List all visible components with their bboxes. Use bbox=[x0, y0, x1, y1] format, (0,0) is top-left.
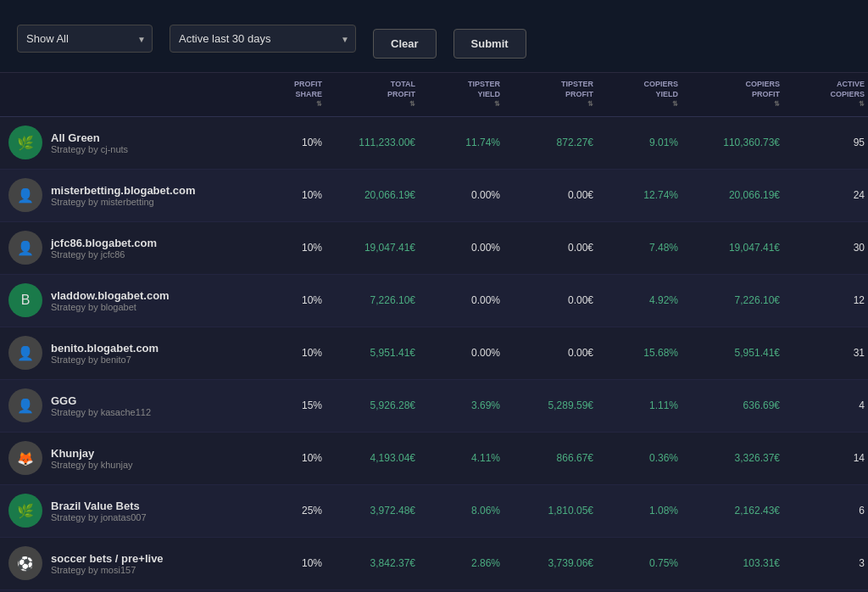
user-cell: ⚽ soccer bets / pre+live Strategy by mos… bbox=[8, 539, 246, 587]
user-strategy: Strategy by misterbetting bbox=[51, 197, 195, 207]
copiers-profit: 20,066.19€ bbox=[678, 189, 780, 201]
active-copiers: 31 bbox=[780, 347, 865, 359]
user-name: jcfc86.blogabet.com bbox=[51, 237, 157, 249]
total-tips: 1975 bbox=[865, 452, 868, 464]
copiers-profit: 636.69€ bbox=[678, 399, 780, 411]
user-name: benito.blogabet.com bbox=[51, 342, 159, 355]
tipster-yield: 8.06% bbox=[415, 505, 500, 517]
table-row: ⚽ soccer bets / pre+live Strategy by mos… bbox=[0, 538, 868, 590]
submit-button[interactable]: Submit bbox=[453, 29, 526, 59]
user-name: vladdow.blogabet.com bbox=[51, 289, 170, 302]
user-cell: 👤 GGG Strategy by kasache112 bbox=[8, 382, 246, 429]
user-strategy: Strategy by jonatas007 bbox=[51, 512, 147, 522]
tipster-yield: 0.00% bbox=[415, 189, 500, 201]
col-header-total-profit[interactable]: TOTALPROFIT ⇅ bbox=[322, 80, 415, 109]
filter-bar: Show All Active last 30 days Clear Submi… bbox=[0, 0, 868, 73]
user-strategy: Strategy by mosi157 bbox=[51, 565, 164, 575]
profit-share: 10% bbox=[246, 557, 322, 569]
table-row: 🦊 Khunjay Strategy by khunjay 10% 4,193.… bbox=[0, 433, 868, 485]
sort-profit-share-icon: ⇅ bbox=[316, 100, 322, 109]
user-info: jcfc86.blogabet.com Strategy by jcfc86 bbox=[51, 237, 157, 260]
copiers-yield: 9.01% bbox=[593, 137, 678, 148]
active-copiers: 30 bbox=[780, 242, 865, 254]
tipster-yield: 4.11% bbox=[415, 452, 500, 464]
tipster-yield: 0.00% bbox=[415, 294, 500, 306]
avatar: B bbox=[8, 283, 42, 317]
user-strategy: Strategy by khunjay bbox=[51, 460, 133, 470]
total-profit: 111,233.00€ bbox=[322, 137, 415, 148]
table-row: 👤 misterbetting.blogabet.com Strategy by… bbox=[0, 170, 868, 222]
tipster-profit: 0.00€ bbox=[500, 189, 593, 201]
avatar: ⚽ bbox=[8, 546, 42, 580]
user-cell: B vladdow.blogabet.com Strategy by bloga… bbox=[8, 276, 246, 324]
col-header-profit-share[interactable]: PROFITSHARE ⇅ bbox=[246, 80, 322, 109]
active-copiers: 14 bbox=[780, 452, 865, 464]
col-header-tipster-yield[interactable]: TIPSTERYIELD ⇅ bbox=[415, 80, 500, 109]
col-header-tipster-profit[interactable]: TIPSTERPROFIT ⇅ bbox=[500, 80, 593, 109]
total-tips: 228 bbox=[865, 294, 868, 306]
user-info: Khunjay Strategy by khunjay bbox=[51, 447, 133, 470]
user-info: GGG Strategy by kasache112 bbox=[51, 394, 151, 417]
copiers-yield: 4.92% bbox=[593, 294, 678, 306]
active-copiers: 12 bbox=[780, 294, 865, 306]
avatar: 👤 bbox=[8, 231, 42, 265]
user-strategy: Strategy by jcfc86 bbox=[51, 249, 157, 260]
tipster-yield: 0.00% bbox=[415, 242, 500, 254]
copiers-profit: 3,326.37€ bbox=[678, 452, 780, 464]
table-row: 👤 jcfc86.blogabet.com Strategy by jcfc86… bbox=[0, 222, 868, 275]
tipster-yield: 2.86% bbox=[415, 557, 500, 569]
profit-share: 10% bbox=[246, 242, 322, 254]
profit-share: 10% bbox=[246, 452, 322, 464]
user-strategy: Strategy by cj-nuts bbox=[51, 144, 128, 154]
copiers-profit: 103.31€ bbox=[678, 557, 780, 569]
copiers-yield: 7.48% bbox=[593, 242, 678, 254]
profit-share: 10% bbox=[246, 347, 322, 359]
col-header-name bbox=[8, 80, 246, 109]
tipster-profit: 0.00€ bbox=[500, 242, 593, 254]
sort-total-profit-icon: ⇅ bbox=[409, 100, 415, 109]
activity-select[interactable]: Active last 30 days bbox=[170, 25, 356, 53]
sort-copiers-yield-icon: ⇅ bbox=[672, 100, 678, 109]
tipster-profit: 5,289.59€ bbox=[500, 399, 593, 411]
copiers-profit: 2,162.43€ bbox=[678, 505, 780, 517]
col-header-copiers-profit[interactable]: COPIERSPROFIT ⇅ bbox=[678, 80, 780, 109]
user-cell: 🌿 Brazil Value Bets Strategy by jonatas0… bbox=[8, 487, 246, 534]
number-of-tips-select[interactable]: Show All bbox=[17, 25, 153, 53]
tipster-profit: 872.27€ bbox=[500, 137, 593, 148]
avatar: 🦊 bbox=[8, 441, 42, 475]
user-cell: 🌿 All Green Strategy by cj-nuts bbox=[8, 119, 246, 166]
col-header-copiers-yield[interactable]: COPIERSYIELD ⇅ bbox=[593, 80, 678, 109]
tipster-profit: 866.67€ bbox=[500, 452, 593, 464]
tipster-yield: 0.00% bbox=[415, 347, 500, 359]
copiers-yield: 15.68% bbox=[593, 347, 678, 359]
copiers-profit: 5,951.41€ bbox=[678, 347, 780, 359]
total-tips: 102 bbox=[865, 347, 868, 359]
user-strategy: Strategy by blogabet bbox=[51, 302, 170, 312]
avatar: 🌿 bbox=[8, 126, 42, 159]
copiers-yield: 0.36% bbox=[593, 452, 678, 464]
clear-button[interactable]: Clear bbox=[373, 29, 437, 59]
user-cell: 👤 benito.blogabet.com Strategy by benito… bbox=[8, 329, 246, 377]
tipster-profit: 0.00€ bbox=[500, 347, 593, 359]
total-profit: 7,226.10€ bbox=[322, 294, 415, 306]
total-tips: 1463 bbox=[865, 137, 868, 148]
profit-share: 10% bbox=[246, 294, 322, 306]
copiers-yield: 0.75% bbox=[593, 557, 678, 569]
user-cell: 👤 misterbetting.blogabet.com Strategy by… bbox=[8, 171, 246, 219]
user-info: All Green Strategy by cj-nuts bbox=[51, 131, 128, 154]
col-header-total-tips[interactable]: TOTALTIPS ⇅ bbox=[865, 80, 868, 109]
total-tips: 368 bbox=[865, 399, 868, 411]
sort-tipster-profit-icon: ⇅ bbox=[587, 100, 593, 109]
number-of-tips-select-wrap: Show All bbox=[17, 25, 153, 53]
user-name: soccer bets / pre+live bbox=[51, 552, 164, 565]
total-tips: 339 bbox=[865, 505, 868, 517]
sort-tipster-yield-icon: ⇅ bbox=[494, 100, 500, 109]
col-header-active-copiers[interactable]: ACTIVECOPIERS ⇅ bbox=[780, 80, 865, 109]
user-name: GGG bbox=[51, 394, 151, 407]
copiers-profit: 19,047.41€ bbox=[678, 242, 780, 254]
copiers-profit: 7,226.10€ bbox=[678, 294, 780, 306]
avatar: 🌿 bbox=[8, 494, 42, 528]
total-tips: 453 bbox=[865, 189, 868, 201]
total-profit: 19,047.41€ bbox=[322, 242, 415, 254]
user-cell: 👤 jcfc86.blogabet.com Strategy by jcfc86 bbox=[8, 224, 246, 271]
